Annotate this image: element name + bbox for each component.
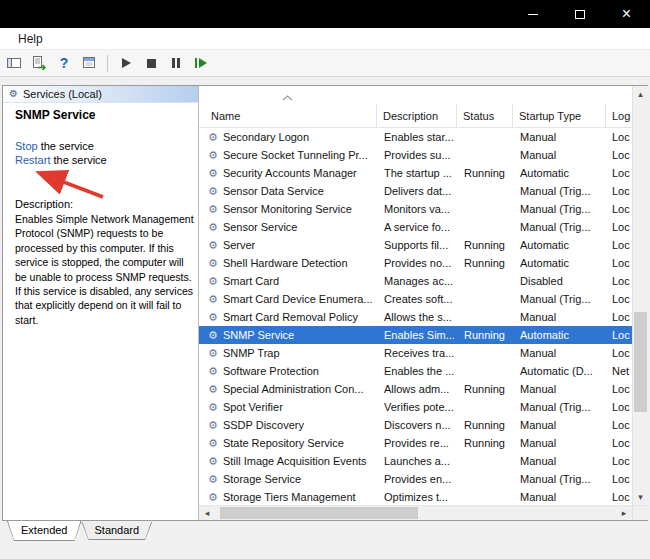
- service-row[interactable]: ⚙ Software Protection Enables the ... Au…: [199, 362, 632, 380]
- service-row[interactable]: ⚙ State Repository Service Provides re..…: [199, 434, 632, 452]
- service-description-cell: The startup ...: [377, 167, 457, 179]
- start-service-button[interactable]: [115, 52, 137, 74]
- service-name-cell: ⚙ Storage Tiers Management: [199, 491, 377, 503]
- service-status-cell: Running: [457, 383, 513, 395]
- horizontal-scroll-track[interactable]: [215, 506, 616, 520]
- service-row[interactable]: ⚙ Sensor Service A service fo... Manual …: [199, 218, 632, 236]
- service-row[interactable]: ⚙ Shell Hardware Detection Provides no..…: [199, 254, 632, 272]
- service-startup-type-cell: Manual (Trig...: [513, 293, 606, 305]
- restart-service-icon: [195, 58, 207, 68]
- export-list-button[interactable]: [28, 52, 50, 74]
- service-description-cell: Receives tra...: [377, 347, 457, 359]
- service-log-on-as-cell: Loc: [606, 329, 632, 341]
- service-startup-type-cell: Manual (Trig...: [513, 401, 606, 413]
- services-icon: ⚙: [9, 89, 18, 99]
- service-log-on-as-cell: Loc: [606, 311, 632, 323]
- service-description-cell: Optimizes t...: [377, 491, 457, 503]
- service-gear-icon: ⚙: [208, 366, 218, 377]
- maximize-button[interactable]: [556, 0, 603, 28]
- tab-extended[interactable]: Extended: [7, 521, 81, 541]
- scroll-left-button[interactable]: ◂: [199, 506, 215, 520]
- scroll-down-button[interactable]: ▾: [633, 489, 648, 505]
- pause-service-button[interactable]: [165, 52, 187, 74]
- service-startup-type-cell: Automatic: [513, 239, 606, 251]
- service-gear-icon: ⚙: [208, 474, 218, 485]
- service-log-on-as-cell: Loc: [606, 131, 632, 143]
- service-name-cell: ⚙ Sensor Monitoring Service: [199, 203, 377, 215]
- scroll-up-button[interactable]: ▴: [633, 86, 648, 102]
- minimize-button[interactable]: [509, 0, 556, 28]
- stop-service-button[interactable]: [140, 52, 162, 74]
- tab-standard[interactable]: Standard: [81, 522, 152, 540]
- service-name: Spot Verifier: [223, 401, 283, 413]
- menu-item-help[interactable]: Help: [13, 30, 48, 48]
- service-row[interactable]: ⚙ Smart Card Device Enumera... Creates s…: [199, 290, 632, 308]
- close-button[interactable]: ×: [603, 0, 650, 28]
- service-row[interactable]: ⚙ SNMP Trap Receives tra... Manual Loc: [199, 344, 632, 362]
- column-header-name[interactable]: Name: [199, 104, 377, 127]
- show-console-tree-button[interactable]: [3, 52, 25, 74]
- service-row[interactable]: ⚙ SNMP Service Enables Sim... Running Au…: [199, 326, 632, 344]
- service-startup-type-cell: Automatic (D...: [513, 365, 606, 377]
- list-header: Name Description Status Startup Type Log: [199, 86, 632, 128]
- service-name: Sensor Data Service: [223, 185, 324, 197]
- service-name-cell: ⚙ Still Image Acquisition Events: [199, 455, 377, 467]
- column-header-description[interactable]: Description: [377, 104, 457, 127]
- service-row[interactable]: ⚙ Sensor Monitoring Service Monitors va.…: [199, 200, 632, 218]
- service-log-on-as-cell: Loc: [606, 203, 632, 215]
- horizontal-scroll-thumb[interactable]: [220, 507, 418, 519]
- horizontal-scrollbar[interactable]: ◂ ▸: [199, 505, 632, 520]
- restart-service-link[interactable]: Restart: [15, 154, 50, 166]
- vertical-scroll-thumb[interactable]: [634, 312, 647, 412]
- service-name: SNMP Trap: [223, 347, 280, 359]
- service-row[interactable]: ⚙ Storage Tiers Management Optimizes t..…: [199, 488, 632, 505]
- service-name: Smart Card: [223, 275, 279, 287]
- help-button[interactable]: ?: [53, 52, 75, 74]
- service-startup-type-cell: Manual: [513, 311, 606, 323]
- service-log-on-as-cell: Loc: [606, 383, 632, 395]
- column-header-status[interactable]: Status: [457, 104, 513, 127]
- service-name-cell: ⚙ Smart Card Device Enumera...: [199, 293, 377, 305]
- service-description-cell: Allows the s...: [377, 311, 457, 323]
- scroll-right-button[interactable]: ▸: [616, 506, 632, 520]
- titlebar: ×: [0, 0, 650, 28]
- service-name: Smart Card Removal Policy: [223, 311, 358, 323]
- vertical-scroll-track[interactable]: [633, 102, 648, 489]
- service-name: State Repository Service: [223, 437, 344, 449]
- service-row[interactable]: ⚙ Storage Service Provides en... Manual …: [199, 470, 632, 488]
- scrollbar-corner: [633, 505, 648, 520]
- service-row[interactable]: ⚙ Security Accounts Manager The startup …: [199, 164, 632, 182]
- minimize-icon: [528, 14, 538, 15]
- service-row[interactable]: ⚙ Smart Card Manages ac... Disabled Loc: [199, 272, 632, 290]
- column-header-log-on-as[interactable]: Log: [606, 104, 632, 127]
- service-name: Special Administration Con...: [223, 383, 364, 395]
- menu-bar: Help: [0, 28, 650, 49]
- start-service-icon: [122, 58, 131, 68]
- service-row[interactable]: ⚙ SSDP Discovery Discovers n... Running …: [199, 416, 632, 434]
- stop-service-link[interactable]: Stop: [15, 140, 38, 152]
- service-gear-icon: ⚙: [208, 276, 218, 287]
- properties-button[interactable]: [78, 52, 100, 74]
- column-header-startup-type[interactable]: Startup Type: [513, 104, 606, 127]
- service-status-cell: Running: [457, 257, 513, 269]
- service-startup-type-cell: Automatic: [513, 167, 606, 179]
- service-row[interactable]: ⚙ Spot Verifier Verifies pote... Manual …: [199, 398, 632, 416]
- service-log-on-as-cell: Loc: [606, 473, 632, 485]
- service-row[interactable]: ⚙ Server Supports fil... Running Automat…: [199, 236, 632, 254]
- service-row[interactable]: ⚙ Secondary Logon Enables star... Manual…: [199, 128, 632, 146]
- restart-service-button[interactable]: [190, 52, 212, 74]
- service-gear-icon: ⚙: [208, 258, 218, 269]
- service-row[interactable]: ⚙ Secure Socket Tunneling Pr... Provides…: [199, 146, 632, 164]
- vertical-scrollbar[interactable]: ▴ ▾: [632, 86, 648, 520]
- service-row[interactable]: ⚙ Still Image Acquisition Events Launche…: [199, 452, 632, 470]
- description-heading: Description:: [15, 198, 73, 210]
- service-row[interactable]: ⚙ Sensor Data Service Delivers dat... Ma…: [199, 182, 632, 200]
- service-log-on-as-cell: Loc: [606, 221, 632, 233]
- service-status-cell: Running: [457, 419, 513, 431]
- console-root-label: Services (Local): [23, 88, 102, 100]
- console-tree-icon: [6, 55, 22, 71]
- service-row[interactable]: ⚙ Smart Card Removal Policy Allows the s…: [199, 308, 632, 326]
- stop-service-line: Stop the service: [15, 140, 94, 152]
- service-row[interactable]: ⚙ Special Administration Con... Allows a…: [199, 380, 632, 398]
- service-startup-type-cell: Manual: [513, 419, 606, 431]
